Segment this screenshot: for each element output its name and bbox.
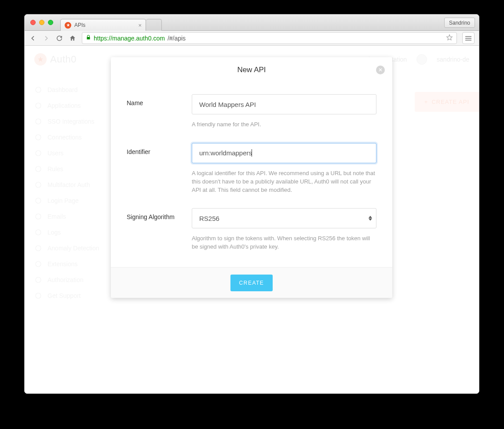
close-icon: ✕ <box>378 67 383 73</box>
window-controls <box>25 20 53 25</box>
modal-footer: CREATE <box>111 267 392 298</box>
browser-menu-button[interactable] <box>462 32 475 44</box>
minimize-window-button[interactable] <box>39 20 44 25</box>
svg-rect-2 <box>465 40 471 40</box>
new-api-modal: New API ✕ Name A friendly name for the A… <box>111 57 392 298</box>
tab-close-icon[interactable]: × <box>138 22 142 29</box>
algorithm-select[interactable] <box>192 208 376 228</box>
name-help: A friendly name for the API. <box>192 121 376 129</box>
tab-bar: APIs × <box>60 15 162 30</box>
identifier-help: A logical identifier for this API. We re… <box>192 169 376 194</box>
identifier-input[interactable]: urn:worldmappers <box>192 143 376 163</box>
new-tab-button[interactable] <box>146 19 162 31</box>
svg-rect-1 <box>465 38 471 38</box>
text-caret <box>252 149 252 157</box>
home-button[interactable] <box>69 34 77 42</box>
browser-tab-active[interactable]: APIs × <box>60 19 146 31</box>
lock-icon <box>86 34 91 42</box>
create-button[interactable]: CREATE <box>230 275 273 291</box>
address-bar[interactable]: https://manage.auth0.com/#/apis <box>82 32 457 44</box>
forward-button[interactable] <box>42 34 50 42</box>
bookmark-star-icon[interactable] <box>446 34 453 42</box>
url-path: /#/apis <box>168 35 186 42</box>
algorithm-help: Algorithm to sign the tokens with. When … <box>192 235 376 251</box>
algorithm-label: Signing Algorithm <box>127 208 192 251</box>
titlebar: APIs × Sandrino <box>25 15 479 31</box>
profile-chip[interactable]: Sandrino <box>444 18 475 28</box>
modal-close-button[interactable]: ✕ <box>376 66 385 74</box>
modal-title: New API <box>237 66 266 74</box>
identifier-label: Identifier <box>127 143 192 194</box>
svg-rect-0 <box>465 36 471 37</box>
name-input[interactable] <box>192 94 376 114</box>
reload-button[interactable] <box>55 34 63 42</box>
back-button[interactable] <box>29 34 37 42</box>
zoom-window-button[interactable] <box>48 20 53 25</box>
url-host: https://manage.auth0.com <box>94 35 165 42</box>
auth0-favicon-icon <box>65 22 71 29</box>
name-label: Name <box>127 94 192 129</box>
modal-header: New API ✕ <box>111 57 392 83</box>
page-content: Auth0 documentation sandrino-de Dashboar… <box>25 46 479 393</box>
browser-toolbar: https://manage.auth0.com/#/apis <box>25 31 479 46</box>
tab-title: APIs <box>74 22 85 28</box>
close-window-button[interactable] <box>30 20 36 25</box>
browser-window: APIs × Sandrino https://manage.auth0.com… <box>24 14 479 394</box>
